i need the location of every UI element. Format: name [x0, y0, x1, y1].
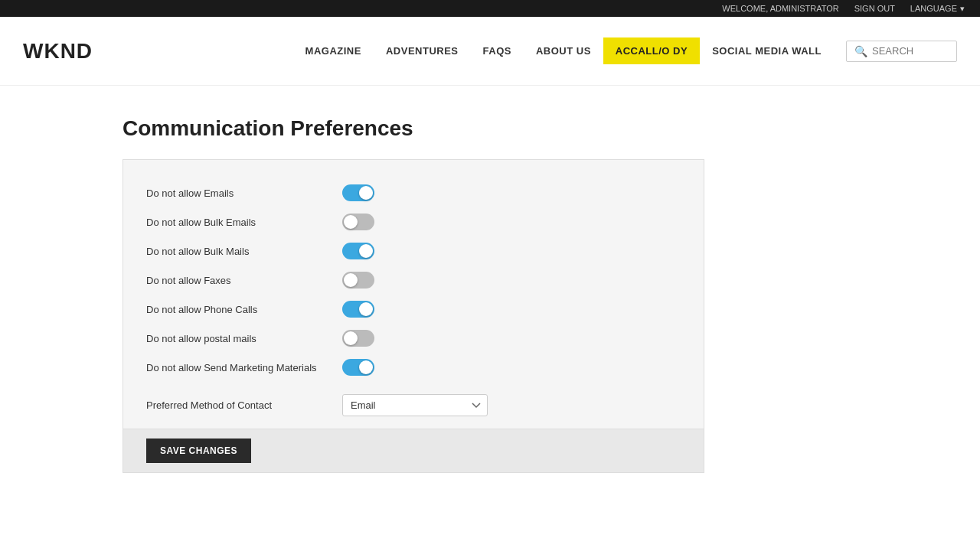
toggle-switch[interactable]: [342, 184, 374, 201]
nav-accall[interactable]: ACCALL/O DY: [603, 37, 700, 64]
toggle-label: Do not allow Send Marketing Materials: [146, 362, 330, 373]
nav-magazine[interactable]: MAGAZINE: [293, 37, 374, 64]
toggle-knob: [359, 360, 373, 374]
toggle-row: Do not allow Send Marketing Materials: [146, 353, 681, 382]
toggle-switch[interactable]: [342, 301, 374, 318]
toggle-switch[interactable]: [342, 359, 374, 376]
toggle-label: Do not allow Faxes: [146, 275, 330, 286]
toggle-row: Do not allow Phone Calls: [146, 295, 681, 324]
toggle-knob: [359, 186, 373, 200]
toggle-knob: [344, 273, 358, 287]
contact-select[interactable]: Email Phone Fax Postal Mail: [342, 394, 488, 416]
toggle-row: Do not allow Faxes: [146, 266, 681, 295]
logo[interactable]: WKND: [23, 39, 93, 64]
nav-adventures[interactable]: ADVENTURES: [374, 37, 471, 64]
toggle-label: Do not allow Phone Calls: [146, 304, 330, 315]
toggle-knob: [344, 215, 358, 229]
search-box[interactable]: 🔍: [846, 41, 957, 62]
toggle-knob: [344, 331, 358, 345]
main-nav: MAGAZINE ADVENTURES FAQS ABOUT US ACCALL…: [293, 37, 834, 64]
save-button[interactable]: SAVE CHANGES: [146, 439, 251, 463]
search-icon: 🔍: [854, 45, 867, 57]
toggle-knob: [359, 244, 373, 258]
toggle-row: Do not allow Bulk Mails: [146, 236, 681, 266]
language-label: LANGUAGE: [910, 4, 957, 13]
toggle-label: Do not allow Emails: [146, 187, 330, 199]
welcome-text: WELCOME, ADMINISTRATOR: [722, 4, 838, 13]
toggle-switch[interactable]: [342, 243, 374, 259]
nav-about-us[interactable]: ABOUT US: [524, 37, 603, 64]
toggle-switch[interactable]: [342, 330, 374, 347]
preferences-form: Do not allow EmailsDo not allow Bulk Ema…: [122, 159, 704, 473]
toggle-switch[interactable]: [342, 214, 374, 230]
toggle-label: Do not allow Bulk Mails: [146, 246, 330, 257]
toggle-label: Do not allow Bulk Emails: [146, 217, 330, 228]
toggles-container: Do not allow EmailsDo not allow Bulk Ema…: [146, 178, 681, 382]
header: WKND MAGAZINE ADVENTURES FAQS ABOUT US A…: [0, 17, 980, 86]
language-selector[interactable]: LANGUAGE ▾: [910, 4, 965, 14]
page-title: Communication Preferences: [122, 116, 858, 141]
contact-row: Preferred Method of Contact Email Phone …: [146, 382, 681, 429]
signout-link[interactable]: SIGN OUT: [854, 4, 895, 13]
toggle-row: Do not allow postal mails: [146, 324, 681, 353]
nav-faqs[interactable]: FAQS: [471, 37, 524, 64]
toggle-switch[interactable]: [342, 272, 374, 289]
contact-label: Preferred Method of Contact: [146, 399, 330, 411]
top-bar: WELCOME, ADMINISTRATOR SIGN OUT LANGUAGE…: [0, 0, 980, 17]
nav-social-media[interactable]: SOCIAL MEDIA WALL: [700, 37, 834, 64]
chevron-down-icon: ▾: [960, 4, 965, 14]
toggle-knob: [359, 302, 373, 316]
main-content: Communication Preferences Do not allow E…: [0, 86, 980, 504]
toggle-row: Do not allow Emails: [146, 178, 681, 207]
save-area: SAVE CHANGES: [123, 429, 704, 472]
toggle-label: Do not allow postal mails: [146, 333, 330, 344]
toggle-row: Do not allow Bulk Emails: [146, 207, 681, 236]
search-input[interactable]: [872, 45, 949, 57]
